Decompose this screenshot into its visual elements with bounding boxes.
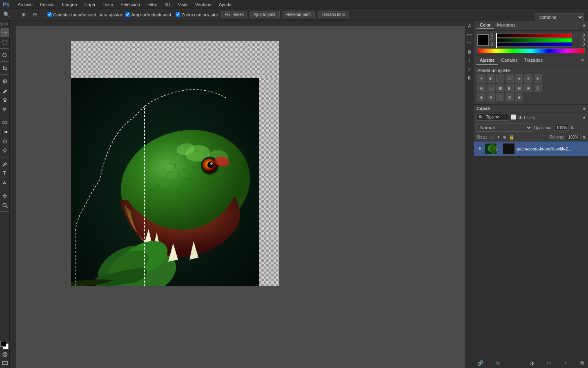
menu-edicion[interactable]: Edición xyxy=(39,2,56,7)
toolbar-close[interactable]: ✕ xyxy=(5,22,9,26)
blend-mode-select[interactable]: Normal Disolver Oscurecer Multiplicar xyxy=(477,123,532,132)
toolbar-collapse[interactable]: ◁◁ xyxy=(0,22,4,26)
layer-group-bottom[interactable]: ▭ xyxy=(546,359,552,367)
menu-texto[interactable]: Texto xyxy=(102,2,114,7)
lock-position-icon[interactable]: ✦ xyxy=(497,135,500,140)
tamano-impr-button[interactable]: Tamaño impr. xyxy=(318,11,349,18)
adj-curves[interactable]: ⌒ xyxy=(496,74,504,83)
color-panel-menu[interactable]: ≡ xyxy=(583,23,586,28)
adj-solid[interactable]: ■ xyxy=(487,93,495,101)
rect-select-tool[interactable] xyxy=(0,38,9,47)
menu-seleccion[interactable]: Selección xyxy=(120,2,141,7)
checkbox-resize-input[interactable] xyxy=(47,12,52,17)
zoom-tool-icon[interactable]: 🔍 xyxy=(2,11,11,19)
strip-icon-2[interactable]: ⟺ xyxy=(466,31,473,38)
layer-text-icon[interactable]: T xyxy=(523,115,526,120)
strip-icon-7[interactable]: ◧ xyxy=(466,74,473,81)
ajustar-pant-button[interactable]: Ajustar pant. xyxy=(250,11,280,18)
adj-gradient-map[interactable]: ▒ xyxy=(534,84,542,92)
layer-new-bottom[interactable]: + xyxy=(563,359,568,367)
strip-icon-4[interactable]: ▦ xyxy=(466,48,473,55)
menu-ventana[interactable]: Ventana xyxy=(194,2,212,7)
quick-mask-tool[interactable] xyxy=(0,350,9,359)
adj-pattern[interactable]: ▥ xyxy=(506,93,514,101)
adj-bw[interactable]: ▤ xyxy=(477,84,486,92)
checkbox-resize[interactable]: Cambiar tamaño vent. para ajustar xyxy=(47,12,122,17)
adj-exposure[interactable]: ⬡ xyxy=(506,74,514,83)
spectrum-bar[interactable] xyxy=(477,48,585,53)
layer-pixel-icon[interactable]: ⬜ xyxy=(511,114,517,120)
path-select-tool[interactable] xyxy=(0,178,9,187)
menu-imagen[interactable]: Imagen xyxy=(61,2,78,7)
pen-tool[interactable] xyxy=(0,159,9,168)
checkbox-zoom-input[interactable] xyxy=(125,12,130,17)
strip-icon-5[interactable]: ↕ xyxy=(466,56,473,64)
rellenar-pant-button[interactable]: Rellenar pant. xyxy=(283,11,315,18)
menu-archivo[interactable]: Archivo xyxy=(17,2,33,7)
green-slider[interactable] xyxy=(496,38,572,42)
lock-artboard-icon[interactable]: ⊕ xyxy=(503,135,506,140)
color-tab[interactable]: Color xyxy=(477,22,494,29)
layer-smart-icon[interactable]: ⊙ xyxy=(532,114,536,120)
layer-chain-icon[interactable]: 🔗 xyxy=(496,147,497,151)
layer-adjustment-bottom[interactable]: ◑ xyxy=(529,359,535,367)
blue-slider[interactable] xyxy=(496,43,572,47)
fill-value[interactable]: 100% xyxy=(566,134,581,140)
canales-tab[interactable]: Canales xyxy=(498,56,521,65)
adj-colbal[interactable]: ⊗ xyxy=(534,74,542,83)
adj-threshold[interactable]: ▣ xyxy=(524,84,532,92)
opacity-stepper[interactable]: ⇅ xyxy=(570,126,574,130)
blur-tool[interactable] xyxy=(0,137,9,146)
zoom-in-icon[interactable]: ⊕ xyxy=(19,11,27,19)
menu-capa[interactable]: Capa xyxy=(84,2,96,7)
checkbox-drag[interactable]: Zoom con arrastre xyxy=(176,12,218,17)
trazados-tab[interactable]: Trazados xyxy=(521,56,546,65)
adj-levels[interactable]: ◐ xyxy=(487,74,495,83)
spot-heal-tool[interactable] xyxy=(0,77,9,86)
red-slider[interactable] xyxy=(496,34,572,38)
menu-filtro[interactable]: Filtro xyxy=(147,2,158,7)
dodge-tool[interactable] xyxy=(0,146,9,155)
brush-tool[interactable] xyxy=(0,86,9,95)
combine-select[interactable]: combina normal disolver xyxy=(535,13,584,21)
menu-vista[interactable]: Vista xyxy=(177,2,188,7)
adj-hue[interactable]: ⊙ xyxy=(524,74,532,83)
zoom-out-icon[interactable]: ⊖ xyxy=(31,11,39,19)
adj-vibrance[interactable]: ◈ xyxy=(515,74,523,83)
gradient-tool[interactable] xyxy=(0,128,9,137)
strip-icon-1[interactable]: A xyxy=(466,22,473,29)
layer-link-bottom[interactable]: 🔗 xyxy=(477,359,484,367)
hand-tool[interactable] xyxy=(0,191,9,200)
checkbox-zoom[interactable]: Ampliar/reducir vent. xyxy=(125,12,172,17)
eraser-tool[interactable] xyxy=(0,118,9,127)
checkbox-drag-input[interactable] xyxy=(176,12,180,17)
adj-panel-menu[interactable]: ≡ xyxy=(580,56,586,65)
history-brush-tool[interactable] xyxy=(0,105,9,114)
move-tool[interactable] xyxy=(0,28,9,37)
crop-tool[interactable] xyxy=(0,64,9,73)
layer-shape-icon[interactable]: ◻ xyxy=(527,114,531,120)
foreground-color-swatch[interactable] xyxy=(0,341,6,347)
samples-tab[interactable]: Muestras xyxy=(494,22,519,29)
adj-posterize[interactable]: ▦ xyxy=(515,84,523,92)
layer-type-select[interactable]: Tipo xyxy=(484,114,501,120)
adj-channel[interactable]: ▩ xyxy=(496,84,504,92)
screen-mode-tool[interactable] xyxy=(0,360,9,366)
layer-filter-toggle[interactable]: ● xyxy=(583,115,586,120)
strip-icon-3[interactable]: ≡≡ xyxy=(466,39,473,47)
pix-reales-button[interactable]: Pix. reales xyxy=(221,11,247,18)
adj-photo[interactable]: ◫ xyxy=(487,84,495,92)
type-tool[interactable]: T xyxy=(0,169,9,178)
layer-adjust-icon[interactable]: ◑ xyxy=(518,114,522,120)
layer-fx-bottom[interactable]: fx xyxy=(496,360,501,366)
layer-visibility-toggle[interactable]: 👁 xyxy=(477,146,483,152)
menu-3d[interactable]: 3D xyxy=(164,2,171,7)
strip-icon-6[interactable]: ▷ xyxy=(466,65,473,72)
layer-delete-bottom[interactable]: 🗑 xyxy=(579,359,586,367)
adj-invert[interactable]: ◧ xyxy=(506,84,514,92)
zoom-nav-tool[interactable] xyxy=(0,201,9,210)
lasso-tool[interactable] xyxy=(0,51,9,60)
lock-pixels-icon[interactable]: ⊹ xyxy=(490,135,494,140)
adj-grad-fill[interactable]: ░ xyxy=(496,93,504,101)
layer-row[interactable]: 👁 🔗 xyxy=(474,141,588,157)
